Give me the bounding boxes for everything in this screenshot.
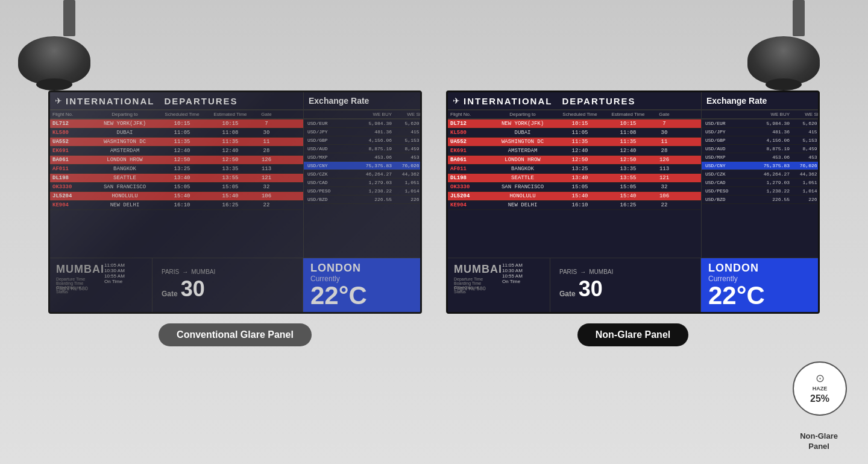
plane-icon-2: ✈ xyxy=(453,96,460,106)
route-from-2: PARIS xyxy=(559,269,577,275)
flight-row: EK691 AMSTERDAM 12:40 12:40 28 xyxy=(50,147,303,156)
flight-row: UA552 WASHINGTON DC 11:35 11:35 11 xyxy=(50,138,303,147)
gate-label-2: Gate xyxy=(559,290,576,298)
exchange-row: USD/CZK 46,264.27 44,362.46 xyxy=(702,170,818,179)
flight-row: JL5204 HONOLULU 15:40 15:40 106 xyxy=(448,192,701,201)
exchange-row: USD/GBP 4,156.06 5,153.20 xyxy=(702,136,818,145)
route-to-2: MUMBAI xyxy=(589,269,613,275)
flight-row: BA061 LONDON HROW 12:50 12:50 126 xyxy=(50,156,303,165)
bottom-info-2: MUMBAI Departure Time Boarding Time Gate… xyxy=(448,258,818,312)
dep-title-2: DEPARTURES xyxy=(562,96,635,106)
col-estimated-2: Estimated Time xyxy=(604,112,652,117)
exchange-row: USD/AUD 8,875.19 8,459.03 xyxy=(702,145,818,153)
airport-board-non-glare: ✈ INTERNATIONAL DEPARTURES Exchange Rate… xyxy=(446,91,820,314)
route-from: PARIS xyxy=(162,269,179,275)
col-scheduled-2: Scheduled Time xyxy=(556,112,604,117)
flight-row: AF011 BANGKOK 13:25 13:35 113 xyxy=(448,165,701,174)
route-arrow-2: → xyxy=(580,269,586,275)
flights-list-2: DL712 NEW YORK(JFK) 10:15 10:15 7 KL580 … xyxy=(448,119,701,258)
exchange-row: USD/BZD 226.55 226.48 xyxy=(702,195,818,204)
col-gate: Gate xyxy=(254,112,278,117)
exchange-row: USD/AUD 8,875.19 8,459.03 xyxy=(304,145,420,153)
col-estimated: Estimated Time xyxy=(206,112,254,117)
plane-icon: ✈ xyxy=(55,96,62,106)
flight-row: OK3330 SAN FRANCISCO 15:05 15:05 32 xyxy=(448,183,701,192)
exchange-row: USD/MXP 453.06 453.06 xyxy=(304,153,420,162)
exchange-list-2: USD/EUR 5,984.30 5,620.23 USD/JPY 481.36… xyxy=(701,119,818,258)
ex-buy-header-2: WE BUY xyxy=(753,112,790,117)
exchange-title: Exchange Rate xyxy=(309,96,369,106)
bottom-info: MUMBAI Departure Time Boarding Time Gate… xyxy=(50,258,420,312)
col-scheduled: Scheduled Time xyxy=(158,112,206,117)
route-to: MUMBAI xyxy=(191,269,215,275)
col-flight-no: Flight No. xyxy=(52,112,92,117)
col-departing-2: Departing to xyxy=(489,112,556,117)
conventional-label: Conventional Glare Panel xyxy=(159,323,312,346)
ex-sell-header: WE SELL xyxy=(392,112,422,117)
intl-title-2: INTERNATIONAL xyxy=(464,96,552,106)
flight-row: DL198 SEATTLE 13:40 13:55 121 xyxy=(448,174,701,183)
panel-non-glare: ✈ INTERNATIONAL DEPARTURES Exchange Rate… xyxy=(446,91,820,346)
weather-city-2: LONDON xyxy=(708,262,811,275)
exchange-row: USD/EUR 5,984.30 5,620.23 xyxy=(304,119,420,128)
lamp-left xyxy=(48,0,90,84)
flight-number: Flight KL 580 xyxy=(56,285,146,291)
exchange-row: USD/MXP 453.06 453.06 xyxy=(702,153,818,162)
haze-badge: ⊙ HAZE 25% xyxy=(793,361,847,416)
col-gate-2: Gate xyxy=(652,112,676,117)
ex-sell-header-2: WE SELL xyxy=(790,112,820,117)
airport-board-conventional: ✈ INTERNATIONAL DEPARTURES Exchange Rate… xyxy=(48,91,422,314)
exchange-row: USD/CZK 46,264.27 44,362.46 xyxy=(304,170,420,179)
panels-container: ✈ INTERNATIONAL DEPARTURES Exchange Rate… xyxy=(18,91,850,346)
flight-row: EK691 AMSTERDAM 12:40 12:40 28 xyxy=(448,147,701,156)
exchange-row: USD/CAD 1,279.03 1,051.51 xyxy=(304,179,420,187)
weather-temp: 22°C xyxy=(310,283,413,308)
flights-list: DL712 NEW YORK(JFK) 10:15 10:15 7 KL580 … xyxy=(50,119,303,258)
exchange-row: USD/JPY 481.36 415.16 xyxy=(702,128,818,136)
flight-row: KL580 DUBAI 11:05 11:08 30 xyxy=(448,129,701,138)
flight-row: OK3330 SAN FRANCISCO 15:05 15:05 32 xyxy=(50,183,303,192)
exchange-title-2: Exchange Rate xyxy=(706,96,767,106)
exchange-row: USD/PESO 1,238.22 1,014.21 xyxy=(304,187,420,195)
dep-title: DEPARTURES xyxy=(164,96,237,106)
flight-row: KL580 DUBAI 11:05 11:08 30 xyxy=(50,129,303,138)
weather-temp-2: 22°C xyxy=(708,283,811,308)
exchange-row: USD/CAD 1,279.03 1,051.51 xyxy=(702,179,818,187)
flight-row: DL198 SEATTLE 13:40 13:55 121 xyxy=(50,174,303,183)
flight-row: AF011 BANGKOK 13:25 13:35 113 xyxy=(50,165,303,174)
col-departing: Departing to xyxy=(92,112,158,117)
flight-row: JL5204 HONOLULU 15:40 15:40 106 xyxy=(50,192,303,201)
exchange-row: USD/GBP 4,156.06 5,153.20 xyxy=(304,136,420,145)
flight-row: UA552 WASHINGTON DC 11:35 11:35 11 xyxy=(448,138,701,147)
flight-row: KE904 NEW DELHI 16:10 16:25 22 xyxy=(50,201,303,210)
exchange-row: USD/CNY 75,375.83 76,026.73 xyxy=(702,162,818,170)
exchange-row: USD/PESO 1,238.22 1,014.21 xyxy=(702,187,818,195)
route-arrow: → xyxy=(182,269,188,275)
flight-row: KE904 NEW DELHI 16:10 16:25 22 xyxy=(448,201,701,210)
non-glare-label: Non-Glare Panel xyxy=(577,323,688,346)
intl-title: INTERNATIONAL xyxy=(66,96,154,106)
gate-number-2: 30 xyxy=(579,276,603,302)
col-flight-no-2: Flight No. xyxy=(450,112,489,117)
lamp-right xyxy=(778,0,820,84)
flight-row: BA061 LONDON HROW 12:50 12:50 126 xyxy=(448,156,701,165)
non-glare-panel-text: Non-GlarePanel xyxy=(800,431,838,452)
weather-city: LONDON xyxy=(310,262,413,275)
ex-buy-header: WE BUY xyxy=(356,112,392,117)
flight-row: DL712 NEW YORK(JFK) 10:15 10:15 7 xyxy=(448,119,701,129)
flight-row: DL712 NEW YORK(JFK) 10:15 10:15 7 xyxy=(50,119,303,129)
exchange-row: USD/BZD 226.55 226.48 xyxy=(304,195,420,204)
gate-number: 30 xyxy=(181,276,205,302)
flight-number-2: Flight KL 580 xyxy=(454,285,544,291)
gate-label: Gate xyxy=(162,290,178,298)
exchange-row: USD/JPY 481.36 415.16 xyxy=(304,128,420,136)
panel-conventional: ✈ INTERNATIONAL DEPARTURES Exchange Rate… xyxy=(48,91,422,346)
exchange-row: USD/CNY 75,375.83 76,026.73 xyxy=(304,162,420,170)
ex-pair-header-2 xyxy=(705,112,753,117)
exchange-row: USD/EUR 5,984.30 5,620.23 xyxy=(702,119,818,128)
exchange-list: USD/EUR 5,984.30 5,620.23 USD/JPY 481.36… xyxy=(303,119,420,258)
ex-pair-header xyxy=(307,112,356,117)
